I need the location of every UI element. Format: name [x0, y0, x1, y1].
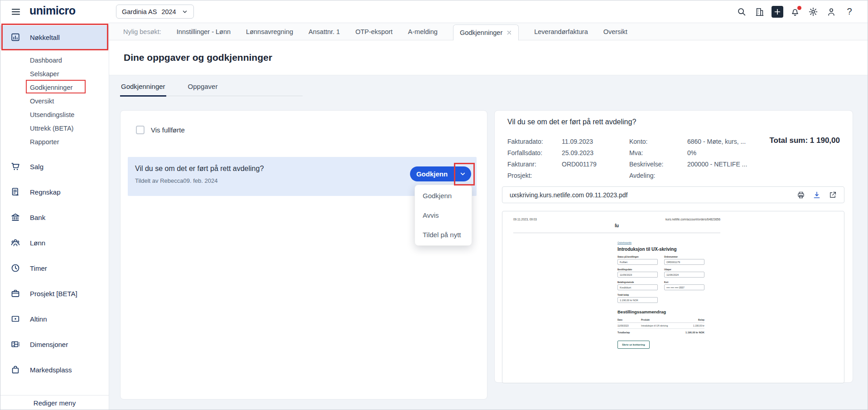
pdf-header-rule: [513, 233, 720, 233]
pdf-field-label: Utløper: [664, 268, 704, 271]
order-summary-table: Dato Produkt Beløp 11/09/2023 Introduksj…: [617, 317, 704, 335]
help-icon[interactable]: ?: [843, 5, 856, 18]
page-tabs: Godkjenninger Oppgaver: [120, 83, 303, 96]
invoice-field-row: Fakturanr: ORD001179 Beskrivelse: 200000…: [507, 158, 796, 170]
field-value: 6860 - Møte, kurs, ...: [687, 138, 796, 145]
sidebar-item-selskaper[interactable]: Selskaper: [0, 67, 109, 81]
clock-icon: [10, 263, 20, 273]
sidebar-item-label: Dimensjoner: [30, 341, 68, 348]
search-icon[interactable]: [735, 5, 748, 18]
sidebar-item-label: Prosjekt [BETA]: [30, 290, 77, 298]
company-switcher-icon[interactable]: [753, 5, 766, 18]
recent-tab-otp-eksport[interactable]: OTP-eksport: [355, 28, 392, 35]
pdf-sheet: 09.11.2023, 09:03 kurs.netlife.com/accou…: [502, 211, 731, 383]
order-summary-heading: Bestillingssammendrag: [617, 309, 704, 314]
main-content: Godkjenninger Oppgaver Vis fullførte Vil…: [109, 75, 868, 410]
unimicro-logo: unimicro: [29, 4, 76, 17]
sidebar-item-dimensjoner[interactable]: Dimensjoner: [0, 332, 109, 357]
pdf-field: Status på bestillingen Fullført: [617, 256, 658, 265]
invoice-fields: Fakturadato: 11.09.2023 Konto: 6860 - Mø…: [507, 136, 796, 181]
show-completed-checkbox[interactable]: [136, 126, 145, 134]
cart-icon: [10, 161, 20, 171]
invoice-field-row: Fakturadato: 11.09.2023 Konto: 6860 - Mø…: [507, 136, 796, 147]
app-window: unimicro Gardinia AS 2024: [0, 0, 868, 410]
recent-tab-leverandorfaktura[interactable]: Leverandørfaktura: [534, 28, 588, 35]
sidebar-item-nokkeltall[interactable]: Nøkkeltall: [0, 25, 109, 49]
detail-title: Vil du se om det er ført på rett avdelin…: [507, 118, 636, 126]
recently-visited-label: Nylig besøkt:: [123, 28, 161, 35]
settings-gear-icon[interactable]: [807, 5, 820, 18]
pdf-field-label: Bestillingsdato: [617, 268, 658, 271]
recent-tab-ansattnr-1[interactable]: Ansattnr. 1: [309, 28, 340, 35]
hamburger-menu-icon[interactable]: [10, 6, 21, 17]
company-name: Gardinia AS: [122, 8, 157, 15]
edit-menu-button[interactable]: Rediger meny: [0, 395, 109, 410]
download-icon[interactable]: [813, 191, 821, 199]
pdf-field-value: Fullført: [617, 259, 658, 265]
field-value: ORD001179: [562, 161, 629, 168]
pdf-field-value: 11/09/2023: [617, 272, 658, 278]
netlife-logo: ſu: [502, 223, 731, 228]
sidebar-item-uttrekk-beta[interactable]: Uttrekk (BETA): [0, 122, 109, 135]
sidebar-item-markedsplass[interactable]: Markedsplass: [0, 357, 109, 382]
bar-chart-icon: [10, 32, 20, 42]
top-bar: unimicro Gardinia AS 2024: [0, 0, 868, 23]
company-selector[interactable]: Gardinia AS 2024: [116, 5, 194, 19]
pdf-field: Ordrenummer ORD001179: [664, 256, 704, 265]
page-title: Dine oppgaver og godkjenninger: [124, 52, 272, 63]
approval-task-row[interactable]: Vil du se om det er ført på rett avdelin…: [128, 157, 477, 196]
sidebar-item-dashboard[interactable]: Dashboard: [0, 54, 109, 67]
sidebar-item-label: Altinn: [30, 315, 47, 323]
approve-button[interactable]: Godkjenn: [410, 166, 454, 181]
sidebar-item-rapporter[interactable]: Rapporter: [0, 135, 109, 149]
sidebar-item-prosjekt-beta[interactable]: Prosjekt [BETA]: [0, 281, 109, 306]
dimensions-icon: [10, 339, 20, 349]
active-tab-label: Godkjenninger: [460, 29, 502, 36]
task-title: Vil du se om det er ført på rett avdelin…: [135, 165, 264, 173]
cell-date: 11/09/2023: [617, 323, 641, 329]
open-external-icon[interactable]: [829, 191, 837, 199]
recent-tab-lonnsavregning[interactable]: Lønnsavregning: [246, 28, 293, 35]
print-icon[interactable]: [797, 191, 805, 199]
sidebar-item-label: Regnskap: [30, 188, 61, 196]
chevron-down-icon: [182, 9, 188, 15]
briefcase-icon: [10, 288, 20, 298]
sidebar-main-items: Salg Regnskap Bank Lønn: [0, 154, 109, 382]
sidebar-item-utsendingsliste[interactable]: Utsendingsliste: [0, 108, 109, 122]
recent-tab-godkjenninger-active[interactable]: Godkjenninger: [453, 24, 519, 40]
sidebar-item-regnskap[interactable]: Regnskap: [0, 179, 109, 205]
show-completed-row[interactable]: Vis fullførte: [136, 126, 185, 134]
sidebar-item-bank[interactable]: Bank: [0, 205, 109, 230]
menu-item-tildel-pa-nytt[interactable]: Tildel på nytt: [415, 225, 472, 244]
total-label: Totalbeløp: [617, 329, 641, 336]
notifications-bell-icon[interactable]: [789, 5, 801, 18]
menu-item-godkjenn[interactable]: Godkjenn: [415, 186, 472, 205]
tab-oppgaver[interactable]: Oppgaver: [187, 83, 219, 96]
menu-item-avvis[interactable]: Avvis: [415, 205, 472, 225]
annotation-box-dropdown-toggle: [454, 163, 475, 185]
sidebar-item-altinn[interactable]: Altinn: [0, 306, 109, 332]
sidebar-item-oversikt[interactable]: Oversikt: [0, 94, 109, 108]
people-icon: [10, 238, 20, 248]
profile-icon[interactable]: [825, 5, 838, 18]
recent-tab-innstillinger-lonn[interactable]: Innstillinger - Lønn: [177, 28, 231, 35]
order-history-link: Ordrehistorikk: [617, 241, 704, 244]
close-tab-icon[interactable]: [506, 30, 512, 35]
sidebar-item-godkjenninger[interactable]: Godkjenninger: [0, 81, 109, 94]
pdf-field: Bestillingsdato 11/09/2023: [617, 268, 658, 278]
field-label: Mva:: [629, 149, 687, 156]
sidebar-item-timer[interactable]: Timer: [0, 255, 109, 281]
approve-dropdown-menu: Godkjenn Avvis Tildel på nytt: [415, 185, 472, 246]
shopping-bag-icon: [10, 365, 20, 375]
pdf-field-value: •••• •••• •••• 0557: [664, 284, 704, 290]
bank-icon: [10, 212, 20, 222]
ledger-document-icon: [10, 187, 20, 197]
tab-godkjenninger[interactable]: Godkjenninger: [120, 83, 166, 97]
pdf-field: Betalingsmetode Kredittkort: [617, 281, 658, 290]
recent-tab-a-melding[interactable]: A-melding: [408, 28, 438, 35]
sidebar-item-lonn[interactable]: Lønn: [0, 230, 109, 255]
sidebar-item-label: Markedsplass: [30, 366, 72, 374]
quick-add-icon[interactable]: [772, 6, 783, 18]
sidebar-item-salg[interactable]: Salg: [0, 154, 109, 179]
recent-tab-oversikt[interactable]: Oversikt: [603, 28, 627, 35]
